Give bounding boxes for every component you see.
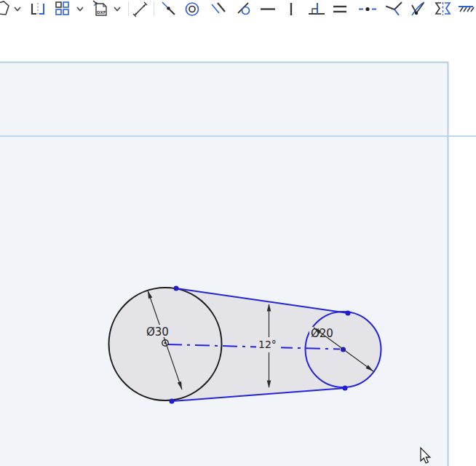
sketch-plane[interactable]: [0, 63, 448, 466]
concentric-button[interactable]: [183, 0, 201, 18]
chevron-down-icon: [74, 0, 86, 18]
mirror-button[interactable]: [29, 0, 47, 18]
symmetric-button[interactable]: [434, 0, 451, 18]
normal-icon: [386, 0, 403, 18]
midpoint-icon: [359, 0, 376, 18]
fix-button[interactable]: [457, 0, 475, 18]
dimension-icon: [132, 0, 149, 18]
dimension-button[interactable]: [132, 0, 149, 18]
clipped-sheet-tool-button[interactable]: [0, 0, 11, 18]
dropdown-button[interactable]: [74, 0, 86, 18]
parallel-icon: [210, 0, 228, 18]
clipped-sheet-icon: [0, 0, 11, 18]
sketch-point[interactable]: [346, 311, 351, 316]
dimension-label-d30[interactable]: Ø30: [146, 325, 169, 339]
app-window: Ø30 12° Ø20: [0, 0, 476, 466]
sketch-toolbar: DXF: [0, 0, 476, 19]
dimension-label-angle[interactable]: 12°: [258, 339, 277, 350]
perpendicular-button[interactable]: [308, 0, 325, 18]
sketch-point[interactable]: [174, 286, 179, 291]
chevron-down-icon: [111, 0, 123, 18]
sketch-point[interactable]: [343, 386, 348, 391]
parallel-button[interactable]: [210, 0, 228, 18]
insert-dxf-button[interactable]: DXF: [92, 0, 110, 18]
toolbar-divider: [154, 1, 154, 16]
fix-icon: [457, 0, 475, 18]
sketch-canvas[interactable]: Ø30 12° Ø20: [0, 0, 476, 466]
horizontal-icon: [259, 0, 277, 18]
chevron-down-icon: [12, 0, 23, 18]
insert-dxf-icon: DXF: [92, 0, 110, 18]
pierce-button[interactable]: [408, 0, 426, 18]
midpoint-button[interactable]: [359, 0, 376, 18]
sketch-pattern-icon: [54, 0, 71, 18]
sketch-point[interactable]: [170, 399, 175, 404]
equal-button[interactable]: [331, 0, 349, 18]
coincident-button[interactable]: [160, 0, 178, 18]
equal-icon: [331, 0, 349, 18]
normal-button[interactable]: [386, 0, 403, 18]
dropdown-button[interactable]: [111, 0, 123, 18]
vertical-icon: [282, 0, 300, 18]
dropdown-button[interactable]: [12, 0, 23, 18]
horizontal-button[interactable]: [259, 0, 277, 18]
tangent-icon: [236, 0, 253, 18]
perpendicular-icon: [308, 0, 325, 18]
pierce-icon: [408, 0, 426, 18]
dxf-text: DXF: [97, 10, 106, 15]
sketch-pattern-button[interactable]: [54, 0, 71, 18]
vertical-button[interactable]: [282, 0, 300, 18]
concentric-icon: [183, 0, 201, 18]
tangent-button[interactable]: [236, 0, 253, 18]
coincident-icon: [160, 0, 178, 18]
symmetric-icon: [434, 0, 451, 18]
toolbar-divider: [128, 1, 129, 16]
mirror-icon: [29, 0, 47, 18]
